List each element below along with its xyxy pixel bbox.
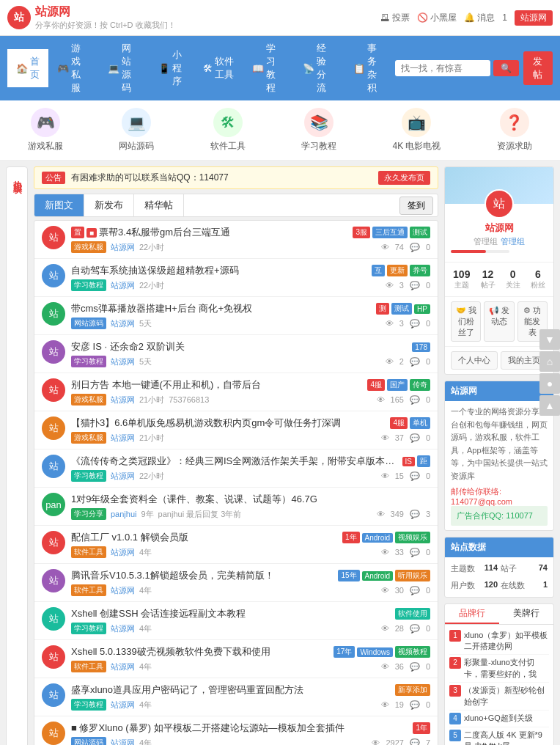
- sign-in-button[interactable]: 签到: [399, 197, 433, 215]
- icon-nav-games[interactable]: 🎮 游戏私服: [28, 108, 63, 153]
- messages-link[interactable]: 🔔 消息: [464, 12, 495, 24]
- site-title: 站源网: [35, 4, 176, 20]
- icon-nav-learn[interactable]: 📚 学习教程: [301, 108, 336, 153]
- post-title[interactable]: 安彦 IS · 还余命2 双阶训关: [71, 340, 410, 353]
- nav-item-games[interactable]: 🎮 游戏私服: [48, 36, 99, 100]
- post-stats: 👁 37 💬 0: [381, 433, 430, 443]
- notice-btn[interactable]: 永久发布页: [378, 171, 430, 185]
- nav-item-webcode[interactable]: 💻 网站源码: [99, 36, 150, 100]
- tag: 1年: [342, 532, 360, 543]
- scroll-home-button[interactable]: ⌂: [539, 351, 560, 372]
- user-button[interactable]: 站源网: [515, 10, 553, 26]
- post-content: 【猫扑3】6.6单机版免感易机游戏数积内页gm令可做任务打深调 4服 单机 游戏…: [71, 416, 430, 444]
- rank-text[interactable]: xluno（拿罗）如平模板二开搭建仿网: [464, 630, 549, 653]
- scroll-down-button[interactable]: ▼: [539, 329, 560, 350]
- tag: 测试: [391, 303, 412, 315]
- search-input[interactable]: [395, 60, 490, 76]
- post-content: 配信工厂 v1.0.1 解锁会员版 1年 Android 视频娱乐 软件工具 站…: [71, 531, 430, 558]
- notice-bar: 公告 有困难求助的可以联系当站QQ：114077 永久发布页: [34, 166, 438, 189]
- nav-item-misc[interactable]: 📋 事务杂积: [345, 36, 395, 100]
- post-title[interactable]: 《流传传奇之类冠跟业》：经典三网IS全网激活作架关手架，附带安卓版本和Win服务…: [71, 455, 400, 468]
- personal-center-link[interactable]: 个人中心: [451, 351, 498, 370]
- nav-item-home[interactable]: 🏠 首页: [7, 49, 48, 87]
- scroll-up-button[interactable]: ▲: [539, 395, 560, 416]
- avatar: 站: [42, 264, 65, 287]
- stats-users: 用户数 120: [451, 579, 498, 592]
- notification-badge[interactable]: 1: [502, 12, 507, 23]
- post-title[interactable]: Xshell 5.0.1339破壳视频教软件免费下载和使用: [71, 645, 331, 658]
- vote-link[interactable]: 🗳 投票: [380, 12, 409, 24]
- post-author: 站源网: [111, 471, 135, 482]
- nav-item-exp[interactable]: 📡 经验分流: [294, 36, 345, 100]
- level-bar-background: [451, 250, 509, 253]
- ranking-widget: 品牌行 美牌行 1 xluno（拿罗）如平模板二开搭建仿网 2 彩聚量-xlun…: [444, 603, 554, 745]
- search-button[interactable]: 🔍: [493, 60, 519, 76]
- tab-new-published[interactable]: 新发布: [84, 194, 134, 216]
- fan-btn[interactable]: 🤝 我们粉丝了: [451, 301, 481, 342]
- level-bar-fill: [451, 250, 486, 253]
- category-tag: 学习教程: [71, 470, 106, 482]
- avatar: 站: [42, 645, 65, 669]
- tab-featured[interactable]: 精华帖: [134, 194, 184, 216]
- post-author: 站源网: [111, 623, 135, 634]
- post-meta: 网站源码 站源网 5天 👁 3 💬 0: [71, 318, 430, 329]
- icon-nav-software[interactable]: 🛠 软件工具: [210, 108, 246, 153]
- post-author: 站源网: [111, 547, 135, 558]
- rank-text[interactable]: （发源贡）新型砂轮创始创字: [464, 685, 549, 708]
- profile-level: 管理组 管理组: [451, 236, 548, 247]
- post-content: 别日方告 本地一键通(不用止和机)，自带后台 4服 国产 传奇 游戏私服 站源网…: [71, 378, 430, 405]
- post-title[interactable]: Xshell 创建SSH 会话连接远程副文本教程: [71, 607, 393, 620]
- ranking-tab-cool[interactable]: 美牌行: [499, 604, 553, 624]
- right-sidebar: 站 站源网 管理组 管理组 109 主题: [444, 166, 554, 745]
- post-title[interactable]: 配信工厂 v1.0.1 解锁会员版: [71, 531, 340, 544]
- rank-number: 1: [449, 630, 461, 642]
- post-title-row: 带cms弹幕播放器搭建H+后台 商化+免视权 测 测试 HP: [71, 302, 430, 315]
- icon-nav-webcode[interactable]: 💻 网站源码: [119, 108, 154, 153]
- stats-topics: 主题数 114: [451, 562, 498, 576]
- logo-text-block: 站源网 分享你的好资源！按 Ctrl+D 收藏我们！: [35, 4, 176, 31]
- tag: 软件使用: [395, 608, 430, 620]
- post-dynamics-btn[interactable]: 📢 发动态: [484, 301, 514, 342]
- nav-item-software[interactable]: 🛠 软件工具: [194, 49, 243, 87]
- post-content: 1对9年级全套资料全（课件、教案、说课、试题等）46.7G 学习分享 panjh…: [71, 493, 430, 520]
- post-title[interactable]: 带cms弹幕播放器搭建H+后台 商化+免视权: [71, 302, 374, 315]
- stats-sites: 站子 74: [501, 562, 548, 576]
- site-desc-widget: 站源网 一个专业的网络资源分享平台创和包每年赚钱组，网页源码，游戏私服，软件工具…: [444, 381, 554, 531]
- ranking-tab-hot[interactable]: 品牌行: [445, 604, 499, 624]
- post-title[interactable]: 票帮3.4私服带gm后台三端互通: [99, 226, 350, 239]
- tag: 距: [417, 455, 430, 467]
- scroll-buttons: ▼ ⌂ ● ▲: [539, 329, 560, 416]
- post-time: 4年: [139, 547, 152, 558]
- post-title[interactable]: 盛享xluno道具应用户密码记了，管理密码重置回配方法: [71, 683, 393, 697]
- ranking-tabs: 品牌行 美牌行: [445, 604, 553, 625]
- rank-text[interactable]: xluno+GQ超到关级: [464, 713, 533, 724]
- tag: 4服: [367, 379, 385, 391]
- main-content: 热门板块 公告 有困难求助的可以联系当站QQ：114077 永久发布页 新图文 …: [0, 161, 560, 745]
- scroll-bullet-button[interactable]: ●: [539, 373, 560, 394]
- post-title[interactable]: 自动驾车系统抽送保级超超精教程+源码: [71, 264, 369, 277]
- post-title-row: 别日方告 本地一键通(不用止和机)，自带后台 4服 国产 传奇: [71, 378, 430, 392]
- post-title[interactable]: 腾讯音乐V10.5.3.1解锁超级会员，完美精简版！: [71, 569, 336, 582]
- post-title-row: Xshell 创建SSH 会话连接远程副文本教程 软件使用: [71, 607, 430, 620]
- nav-item-miniapp[interactable]: 📱 小程序: [150, 43, 194, 94]
- icon-nav-help[interactable]: ❓ 资源求助: [497, 108, 532, 153]
- rank-text[interactable]: 二度高人版 4K 更新*9是.力ft.ftt.k尾: [464, 730, 549, 745]
- post-title[interactable]: 别日方告 本地一键通(不用止和机)，自带后台: [71, 378, 365, 392]
- manage-group-link[interactable]: 管理组: [501, 236, 525, 247]
- nav-search: 🔍: [395, 60, 519, 76]
- tab-new-posts[interactable]: 新图文: [34, 194, 84, 216]
- rank-number: 3: [449, 685, 461, 697]
- tag: IS: [402, 457, 415, 466]
- post-title[interactable]: ■ 修罗Xluno (暴罗) 如平模板二开搭建论坛源站—模板加全套插件: [71, 722, 410, 735]
- profile-card: 站 站源网 管理组 管理组 109 主题: [444, 166, 554, 375]
- game-icon: 🎮: [31, 108, 60, 137]
- nav-item-learn[interactable]: 📖 学习教程: [243, 36, 294, 100]
- site-subtitle: 分享你的好资源！按 Ctrl+D 收藏我们！: [35, 20, 176, 31]
- center-column: 公告 有困难求助的可以联系当站QQ：114077 永久发布页 新图文 新发布 精…: [34, 166, 438, 745]
- rank-text[interactable]: 彩聚量-xluno支付切卡，需要些好的，我: [464, 657, 549, 680]
- post-title[interactable]: 【猫扑3】6.6单机版免感易机游戏数积内页gm令可做任务打深调: [71, 416, 388, 430]
- post-title[interactable]: 1对9年级全套资料全（课件、教案、说课、试题等）46.7G: [71, 493, 430, 506]
- icon-nav-tv[interactable]: 📺 4K 电影电视: [392, 108, 441, 153]
- blacklist-link[interactable]: 🚫 小黑屋: [417, 12, 457, 24]
- post-button[interactable]: 发帖: [523, 51, 553, 85]
